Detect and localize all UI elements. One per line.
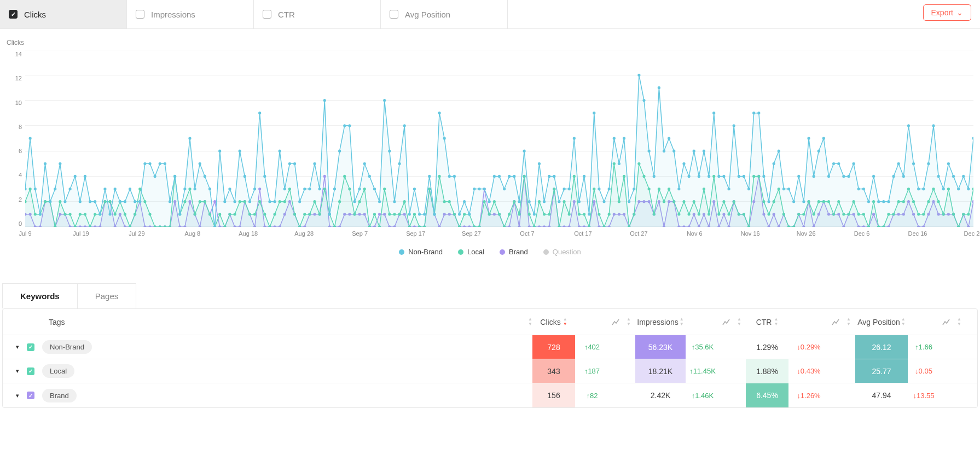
svg-point-387 [49, 200, 51, 203]
x-tick: Dec 6 [854, 230, 870, 237]
svg-point-432 [273, 200, 276, 203]
svg-point-507 [648, 150, 651, 153]
svg-point-433 [279, 150, 281, 153]
svg-point-533 [778, 150, 780, 153]
column-header-tags[interactable]: Tags ▲▼ [3, 317, 532, 326]
svg-point-502 [623, 137, 625, 139]
sort-icon[interactable]: ▲▼ [528, 317, 532, 326]
column-header-ctr[interactable]: CTR ▲▼ [746, 317, 788, 326]
svg-point-521 [717, 175, 720, 178]
svg-point-391 [68, 188, 71, 190]
svg-point-439 [308, 188, 311, 190]
tag-pill[interactable]: Non-Brand [42, 340, 92, 354]
svg-point-430 [263, 175, 266, 178]
row-checkbox[interactable] [27, 343, 34, 351]
svg-point-545 [837, 162, 840, 165]
svg-point-385 [39, 213, 42, 215]
sort-icon[interactable]: ▲▼ [737, 317, 741, 326]
tab-ctr[interactable]: CTR [254, 0, 381, 28]
tab-clicks[interactable]: Clicks [0, 0, 127, 28]
svg-point-473 [478, 188, 480, 190]
svg-point-571 [967, 188, 970, 190]
svg-point-503 [628, 200, 630, 203]
svg-point-436 [293, 162, 296, 165]
svg-point-553 [877, 200, 880, 203]
chart-container: Clicks 14121086420 Jul 9Jul 19Jul 29Aug … [0, 29, 980, 261]
column-header-impressions[interactable]: Impressions ▲▼ [635, 317, 686, 326]
x-tick: Nov 16 [741, 230, 760, 237]
svg-point-454 [383, 99, 386, 102]
legend-item[interactable]: Question [543, 248, 581, 256]
svg-point-554 [882, 200, 885, 203]
sort-icon[interactable]: ▲▼ [957, 317, 961, 326]
x-tick: Aug 18 [239, 230, 258, 237]
svg-point-410 [164, 162, 166, 165]
svg-point-443 [328, 213, 331, 215]
legend-item[interactable]: Non-Brand [399, 248, 443, 256]
sort-icon[interactable]: ▲▼ [774, 317, 778, 326]
svg-point-403 [129, 188, 131, 190]
svg-point-534 [782, 188, 785, 190]
tab-pages[interactable]: Pages [78, 284, 136, 308]
checkbox-icon[interactable] [136, 10, 144, 19]
svg-point-468 [453, 175, 456, 178]
tab-keywords[interactable]: Keywords [3, 284, 78, 308]
chart-icon[interactable] [940, 319, 953, 325]
table-row: ▾ Non-Brand 728↑40256.23K↑35.6K1.29%↓0.2… [3, 335, 977, 359]
svg-point-483 [528, 200, 531, 203]
column-header-avg-position[interactable]: Avg Position ▲▼ [855, 317, 908, 326]
legend-item[interactable]: Local [458, 248, 484, 256]
sort-icon[interactable]: ▲▼ [846, 317, 851, 326]
export-button[interactable]: Export ⌄ [923, 4, 971, 21]
svg-point-497 [598, 188, 600, 190]
checkbox-icon[interactable] [9, 10, 18, 19]
delta-value: ↑11.45K [686, 359, 720, 383]
column-header-clicks[interactable]: Clicks ▲▼ [532, 317, 575, 326]
chart-icon[interactable] [720, 319, 733, 325]
tab-label: Clicks [24, 10, 46, 19]
expand-icon[interactable]: ▾ [16, 343, 19, 351]
svg-point-513 [677, 188, 680, 190]
svg-point-462 [423, 213, 426, 215]
metric-value: 156 [532, 383, 575, 407]
svg-point-539 [807, 137, 810, 139]
sort-icon[interactable]: ▲▼ [680, 317, 684, 326]
svg-point-394 [84, 175, 86, 178]
metric-value: 343 [532, 359, 575, 383]
tag-pill[interactable]: Brand [42, 389, 77, 402]
svg-point-441 [318, 188, 321, 190]
expand-icon[interactable]: ▾ [16, 367, 19, 375]
legend-item[interactable]: Brand [500, 248, 528, 256]
svg-point-517 [698, 175, 700, 178]
x-tick: Oct 17 [574, 230, 592, 237]
legend-label: Brand [509, 248, 528, 256]
tag-pill[interactable]: Local [42, 364, 74, 378]
chart-icon[interactable] [609, 319, 622, 325]
x-tick: Sep 7 [352, 230, 368, 237]
row-checkbox[interactable] [27, 392, 34, 399]
svg-point-419 [208, 188, 211, 190]
svg-point-460 [413, 188, 416, 190]
svg-point-457 [398, 162, 401, 165]
tab-avg-position[interactable]: Avg Position [381, 0, 508, 28]
svg-point-570 [962, 175, 965, 178]
sort-icon[interactable]: ▲▼ [901, 317, 906, 326]
chart-y-axis-title: Clicks [7, 39, 973, 46]
svg-point-498 [602, 200, 605, 203]
checkbox-icon[interactable] [263, 10, 271, 19]
sort-icon[interactable]: ▲▼ [563, 317, 567, 326]
legend-dot-icon [500, 249, 505, 255]
svg-point-445 [338, 150, 341, 153]
svg-point-496 [593, 112, 595, 114]
svg-point-416 [194, 188, 196, 190]
svg-point-508 [653, 175, 656, 178]
checkbox-icon[interactable] [390, 10, 398, 19]
row-checkbox[interactable] [27, 367, 34, 375]
svg-point-495 [588, 213, 590, 215]
tab-impressions[interactable]: Impressions [127, 0, 254, 28]
svg-point-555 [887, 200, 890, 203]
sort-icon[interactable]: ▲▼ [627, 317, 631, 326]
expand-icon[interactable]: ▾ [16, 392, 19, 399]
delta-value: ↓1.26% [788, 383, 829, 407]
chart-icon[interactable] [829, 319, 842, 325]
